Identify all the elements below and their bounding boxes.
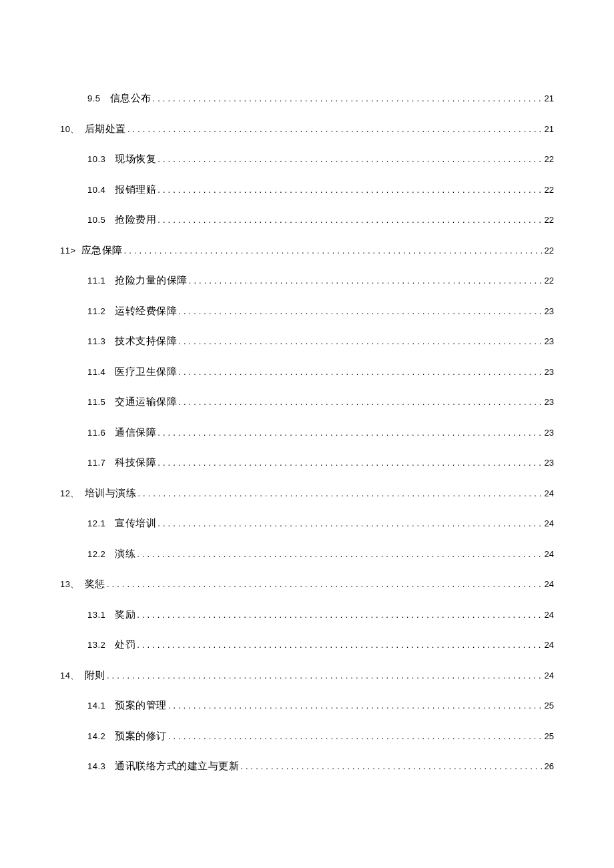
toc-entry-number: 11.7 <box>87 458 115 467</box>
toc-entry-number: 14、 <box>60 671 85 680</box>
toc-leader-dots <box>167 701 543 710</box>
toc-entry-title: 附则 <box>85 671 105 681</box>
toc-entry-page: 24 <box>543 610 554 619</box>
toc-entry-number: 12.1 <box>87 519 115 528</box>
toc-leader-dots <box>135 550 543 558</box>
toc-entry-page: 24 <box>543 580 554 588</box>
toc-entry: 11.3技术支持保障23 <box>60 336 554 346</box>
toc-entry-title: 通讯联络方式的建立与更新 <box>115 761 239 771</box>
toc-entry-page: 26 <box>543 762 554 771</box>
toc-entry-page: 23 <box>543 307 554 316</box>
toc-entry-title: 医疗卫生保障 <box>115 367 177 377</box>
toc-leader-dots <box>135 610 543 619</box>
toc-entry-page: 24 <box>543 640 554 649</box>
toc-entry: 10、后期处置21 <box>60 124 554 134</box>
toc-entry-page: 22 <box>543 155 554 163</box>
toc-entry: 11.7科技保障23 <box>60 458 554 468</box>
toc-leader-dots <box>156 519 543 528</box>
toc-entry-number: 13.1 <box>87 610 115 619</box>
toc-entry-title: 后期处置 <box>85 124 126 134</box>
toc-leader-dots <box>136 489 543 498</box>
toc-entry: 11.4医疗卫生保障23 <box>60 367 554 377</box>
toc-leader-dots <box>156 185 543 194</box>
toc-entry-title: 奖励 <box>115 610 135 620</box>
toc-entry-page: 25 <box>543 732 554 741</box>
toc-leader-dots <box>156 428 543 437</box>
toc-entry: 12、培训与演练24 <box>60 488 554 498</box>
toc-entry: 9.5信息公布21 <box>60 93 554 103</box>
toc-entry: 14、附则24 <box>60 671 554 681</box>
toc-entry-title: 奖惩 <box>85 579 105 589</box>
toc-entry-page: 22 <box>543 215 554 224</box>
toc-entry-number: 14.1 <box>87 701 115 710</box>
toc-entry-number: 11.6 <box>87 428 115 437</box>
toc-leader-dots <box>167 732 543 741</box>
toc-leader-dots <box>188 276 543 285</box>
toc-entry-number: 10.3 <box>87 155 115 163</box>
toc-leader-dots <box>177 368 543 376</box>
toc-entry-title: 预案的管理 <box>115 701 167 711</box>
toc-entry-page: 21 <box>543 94 554 103</box>
toc-entry-page: 23 <box>543 458 554 467</box>
toc-entry-number: 11.4 <box>87 368 115 376</box>
toc-leader-dots <box>105 671 543 680</box>
toc-leader-dots <box>156 155 543 163</box>
toc-entry-title: 预案的修订 <box>115 731 167 741</box>
toc-entry-page: 24 <box>543 519 554 528</box>
toc-entry-page: 24 <box>543 550 554 558</box>
toc-leader-dots <box>239 762 543 771</box>
toc-entry-number: 10.5 <box>87 215 115 224</box>
toc-entry: 11.5交通运输保障23 <box>60 397 554 407</box>
toc-entry-number: 11.2 <box>87 307 115 316</box>
toc-leader-dots <box>126 125 543 133</box>
toc-entry-number: 12、 <box>60 489 85 498</box>
toc-entry-page: 23 <box>543 428 554 437</box>
toc-entry: 14.2预案的修订25 <box>60 731 554 741</box>
toc-entry-number: 14.3 <box>87 762 115 771</box>
toc-entry-page: 22 <box>543 276 554 285</box>
toc-entry: 12.1宣传培训24 <box>60 518 554 528</box>
toc-leader-dots <box>123 246 543 255</box>
toc-entry-page: 23 <box>543 398 554 406</box>
toc-entry-title: 抢险力量的保障 <box>115 276 188 286</box>
toc-entry-title: 演练 <box>115 549 135 559</box>
toc-leader-dots <box>156 215 543 224</box>
toc-entry-title: 技术支持保障 <box>115 336 177 346</box>
toc-page: 9.5信息公布2110、后期处置2110.3现场恢复2210.4报销理赔2210… <box>0 0 614 771</box>
toc-entry-number: 11.3 <box>87 337 115 346</box>
toc-entry-number: 12.2 <box>87 550 115 558</box>
toc-entry-title: 科技保障 <box>115 458 156 468</box>
toc-leader-dots <box>151 94 543 103</box>
toc-leader-dots <box>135 640 543 649</box>
toc-leader-dots <box>177 307 543 316</box>
toc-entry: 12.2演练24 <box>60 549 554 559</box>
toc-entry-title: 现场恢复 <box>115 154 156 164</box>
toc-entry-number: 11> <box>60 246 81 255</box>
toc-leader-dots <box>105 580 543 588</box>
toc-list: 9.5信息公布2110、后期处置2110.3现场恢复2210.4报销理赔2210… <box>60 93 554 771</box>
toc-entry-page: 23 <box>543 337 554 346</box>
toc-entry-page: 24 <box>543 671 554 680</box>
toc-entry-title: 处罚 <box>115 640 135 650</box>
toc-entry-number: 13.2 <box>87 640 115 649</box>
toc-leader-dots <box>156 458 543 467</box>
toc-entry-title: 应急保障 <box>81 246 123 256</box>
toc-entry: 11>应急保障22 <box>60 246 554 256</box>
toc-entry-page: 22 <box>543 185 554 194</box>
toc-entry-number: 14.2 <box>87 732 115 741</box>
toc-entry: 13、奖惩24 <box>60 579 554 589</box>
toc-entry: 13.2处罚24 <box>60 640 554 650</box>
toc-entry-page: 23 <box>543 368 554 376</box>
toc-entry-title: 宣传培训 <box>115 518 156 528</box>
toc-entry-page: 21 <box>543 125 554 133</box>
toc-entry-title: 运转经费保障 <box>115 306 177 316</box>
toc-entry: 11.2运转经费保障23 <box>60 306 554 316</box>
toc-entry: 14.3通讯联络方式的建立与更新26 <box>60 761 554 771</box>
toc-entry-page: 25 <box>543 701 554 710</box>
toc-leader-dots <box>177 398 543 406</box>
toc-entry-page: 24 <box>543 489 554 498</box>
toc-entry-title: 通信保障 <box>115 428 156 438</box>
toc-entry: 14.1预案的管理25 <box>60 701 554 711</box>
toc-entry: 10.4报销理赔22 <box>60 185 554 195</box>
toc-entry-number: 10.4 <box>87 185 115 194</box>
